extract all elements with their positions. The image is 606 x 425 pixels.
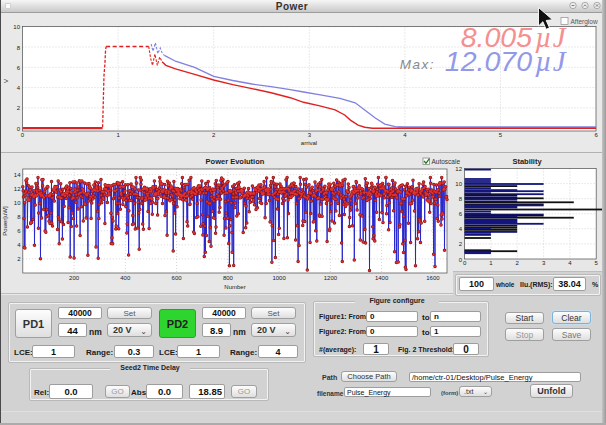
svg-text:1: 1 (489, 260, 493, 266)
svg-text:arrival: arrival (301, 140, 317, 146)
svg-text:2: 2 (516, 260, 520, 266)
svg-text:600: 600 (172, 275, 183, 281)
svg-text:0: 0 (21, 132, 25, 138)
svg-text:4: 4 (17, 242, 21, 248)
svg-text:3: 3 (308, 132, 312, 138)
svg-text:12: 12 (455, 166, 462, 172)
svg-text:3: 3 (542, 260, 546, 266)
svg-text:8: 8 (459, 196, 463, 202)
svg-text:1000: 1000 (272, 275, 286, 281)
svg-text:V: V (3, 79, 9, 83)
svg-text:8: 8 (17, 214, 21, 220)
svg-text:2: 2 (459, 241, 463, 247)
svg-text:2: 2 (17, 256, 21, 262)
svg-text:10: 10 (13, 24, 20, 30)
svg-text:1: 1 (116, 132, 120, 138)
svg-text:4: 4 (17, 85, 21, 91)
svg-text:4: 4 (459, 226, 463, 232)
svg-text:1600: 1600 (426, 275, 440, 281)
svg-text:4: 4 (568, 260, 572, 266)
svg-text:5: 5 (595, 260, 599, 266)
svg-text:400: 400 (120, 275, 131, 281)
svg-text:6: 6 (459, 211, 463, 217)
svg-text:0: 0 (17, 126, 21, 132)
svg-text:14: 14 (14, 172, 21, 178)
svg-text:10: 10 (455, 181, 462, 187)
svg-text:6: 6 (17, 228, 21, 234)
svg-text:6: 6 (594, 132, 598, 138)
svg-text:200: 200 (69, 275, 80, 281)
svg-text:Afterglow: Afterglow (571, 18, 598, 26)
svg-text:Power Evolution: Power Evolution (206, 157, 265, 166)
svg-text:5: 5 (499, 132, 503, 138)
svg-text:0: 0 (463, 260, 467, 266)
svg-text:6: 6 (17, 65, 21, 71)
svg-text:Max:: Max: (400, 57, 435, 72)
svg-text:4: 4 (403, 132, 407, 138)
svg-text:10: 10 (14, 200, 21, 206)
svg-text:µJ: µJ (535, 45, 567, 77)
svg-text:Power[uW]: Power[uW] (2, 206, 8, 236)
svg-text:1200: 1200 (324, 275, 338, 281)
svg-text:2: 2 (17, 105, 21, 111)
svg-text:12.070: 12.070 (445, 45, 532, 77)
svg-text:800: 800 (223, 275, 234, 281)
svg-text:Number: Number (224, 284, 245, 290)
svg-text:Stability: Stability (512, 157, 542, 166)
svg-text:1400: 1400 (375, 275, 389, 281)
svg-text:12: 12 (14, 186, 21, 192)
svg-text:2: 2 (212, 132, 216, 138)
svg-text:8: 8 (17, 45, 21, 51)
